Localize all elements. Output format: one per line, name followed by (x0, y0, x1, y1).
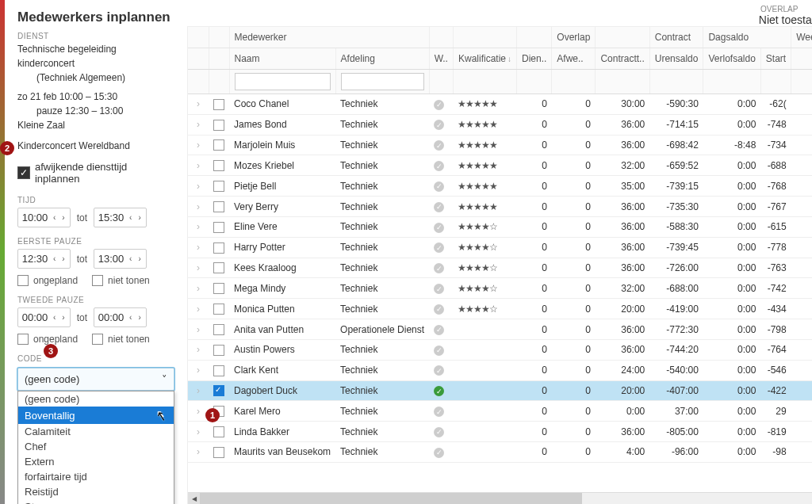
code-opt[interactable]: Chef (18, 439, 174, 454)
table-row[interactable]: ›Marjolein MuisTechniek✓★★★★★0036:00-698… (188, 135, 812, 155)
p2-to[interactable]: 00:00‹› (94, 307, 147, 327)
cell-verlof: 0:00 (703, 258, 760, 278)
expand-icon[interactable]: › (193, 139, 204, 151)
tijd-to[interactable]: 15:30‹› (94, 208, 147, 227)
p1-niettonen-cb[interactable] (92, 275, 103, 286)
table-row[interactable]: ›Linda BakkerTechniek✓0036:00-805:000:00… (188, 422, 812, 442)
horizontal-scrollbar[interactable]: ◀ ▶ (188, 492, 812, 504)
row-checkbox[interactable] (213, 447, 224, 458)
code-opt[interactable]: forfairtaire tijd (18, 469, 174, 484)
table-row[interactable]: ›Maurits van BeusekomTechniek✓004:00-96:… (188, 442, 812, 463)
row-checkbox[interactable] (213, 365, 224, 376)
row-checkbox[interactable] (213, 262, 224, 273)
code-opt-selected[interactable]: Boventallig⬉ (18, 407, 174, 424)
col-contract[interactable]: Contractt.. (596, 48, 649, 70)
expand-icon[interactable]: › (193, 446, 204, 457)
row-checkbox[interactable] (213, 304, 224, 315)
table-row[interactable]: ›Harry PotterTechniek✓★★★★☆0036:00-739:4… (188, 237, 812, 258)
table-row[interactable]: ›Clark KentTechniek✓0024:00-540:000:00-5… (188, 360, 812, 380)
row-checkbox[interactable] (213, 242, 224, 254)
p1-from[interactable]: 12:30‹› (17, 249, 71, 269)
row-checkbox[interactable] (213, 139, 224, 151)
p2-niettonen-cb[interactable] (92, 334, 103, 345)
code-opt[interactable]: Calamiteit (18, 424, 174, 439)
row-checkbox[interactable] (213, 324, 224, 335)
expand-icon[interactable]: › (193, 385, 204, 396)
col-afdeling[interactable]: Afdeling (335, 48, 429, 70)
tijd-from[interactable]: 10:00‹› (17, 208, 71, 227)
table-row[interactable]: ›Very BerryTechniek✓★★★★★0036:00-735:300… (188, 197, 812, 217)
table-row[interactable]: ›Kees KraaloogTechniek✓★★★★☆0036:00-726:… (188, 258, 812, 278)
code-opt[interactable]: Stage (18, 499, 174, 504)
col-start[interactable]: Start (760, 48, 791, 70)
expand-icon[interactable]: › (193, 242, 204, 253)
filter-naam[interactable] (235, 73, 331, 90)
table-row[interactable]: ›James BondTechniek✓★★★★★0036:00-714:150… (188, 114, 812, 135)
expand-icon[interactable]: › (193, 119, 204, 130)
col-afwe[interactable]: Afwe.. (552, 48, 596, 70)
chevron-left-icon[interactable]: ‹ (128, 213, 133, 222)
code-opt[interactable]: Extern (18, 454, 174, 469)
row-checkbox[interactable] (213, 201, 224, 212)
p1-to[interactable]: 13:00‹› (94, 249, 147, 269)
expand-icon[interactable]: › (193, 181, 204, 192)
table-row[interactable]: ›Mega MindyTechniek✓★★★★☆0032:00-688:000… (188, 278, 812, 299)
expand-icon[interactable]: › (193, 406, 204, 417)
expand-icon[interactable]: › (193, 324, 204, 335)
expand-icon[interactable]: › (193, 160, 204, 171)
chevron-left-icon[interactable]: ‹ (52, 213, 57, 222)
row-checkbox[interactable] (213, 222, 224, 233)
table-row[interactable]: ›Coco ChanelTechniek✓★★★★★0030:00-590:30… (188, 94, 812, 115)
expand-icon[interactable]: › (193, 98, 204, 109)
row-checkbox[interactable] (213, 99, 224, 110)
row-checkbox[interactable] (213, 426, 224, 437)
table-row[interactable]: ›Pietje BellTechniek✓★★★★★0035:00-739:15… (188, 176, 812, 197)
expand-icon[interactable]: › (193, 221, 204, 232)
overlap-select[interactable]: Niet toestaan▾ (187, 13, 812, 26)
expand-icon[interactable]: › (193, 262, 204, 273)
code-select[interactable]: (geen code) ˅ (17, 368, 174, 391)
cell-naam: Austin Powers (229, 339, 335, 360)
table-row[interactable]: ›Austin PowersTechniek✓0036:00-744:200:0… (188, 339, 812, 360)
table-row[interactable]: ›Mozes KriebelTechniek✓★★★★★0032:00-659:… (188, 155, 812, 176)
col-urensaldo[interactable]: Urensaldo (649, 48, 703, 70)
expand-icon[interactable]: › (193, 201, 204, 212)
table-row[interactable]: ›Anita van PuttenOperationele Dienst✓003… (188, 319, 812, 340)
row-checkbox[interactable] (213, 120, 224, 131)
expand-icon[interactable]: › (193, 344, 204, 355)
row-checkbox[interactable] (213, 160, 224, 171)
row-checkbox[interactable] (213, 345, 224, 356)
cell-verlof: 0:00 (703, 319, 760, 340)
table-row[interactable]: ›Karel MeroTechniek✓000:0037:000:0029 (188, 401, 812, 422)
p2-ongepland-cb[interactable] (17, 334, 29, 345)
table-row[interactable]: ›Dagobert DuckTechniek✓0020:00-407:000:0… (188, 380, 812, 401)
col-w[interactable]: W.. (429, 48, 453, 70)
col-dien[interactable]: Dien.. (517, 48, 552, 70)
code-opt[interactable]: (geen code) (18, 391, 174, 407)
expand-icon[interactable]: › (193, 283, 204, 294)
scroll-left-icon[interactable]: ◀ (188, 493, 200, 505)
status-icon: ✓ (434, 263, 444, 273)
code-dropdown[interactable]: (geen code) Boventallig⬉ Calamiteit Chef… (17, 391, 174, 504)
filter-afdeling[interactable] (341, 73, 424, 90)
row-checkbox[interactable] (213, 283, 224, 294)
p2-from[interactable]: 00:00‹› (17, 307, 71, 327)
col-naam[interactable]: Naam (229, 48, 335, 70)
code-opt[interactable]: Reistijd (18, 484, 174, 499)
table-row[interactable]: ›Monica PuttenTechniek✓★★★★☆0020:00-419:… (188, 299, 812, 319)
cell-afdeling: Techniek (335, 401, 429, 422)
table-row[interactable]: ›Eline VereTechniek✓★★★★☆0036:00-588:300… (188, 216, 812, 237)
chevron-right-icon[interactable]: › (60, 213, 66, 222)
cell-verlof: 0:00 (703, 278, 760, 299)
row-checkbox[interactable] (213, 385, 224, 396)
p1-ongepland-cb[interactable] (17, 275, 29, 286)
col-verlofsaldo[interactable]: Verlofsaldo (703, 48, 760, 70)
cell-stars: ★★★★★ (453, 155, 516, 176)
afwijkend-checkbox[interactable]: ✓ (17, 166, 30, 179)
expand-icon[interactable]: › (193, 426, 204, 437)
expand-icon[interactable]: › (193, 304, 204, 315)
row-checkbox[interactable] (213, 181, 224, 192)
expand-icon[interactable]: › (193, 365, 204, 376)
col-kwalificatie[interactable]: Kwalificatie↓ (453, 48, 516, 70)
chevron-right-icon[interactable]: › (136, 213, 142, 222)
